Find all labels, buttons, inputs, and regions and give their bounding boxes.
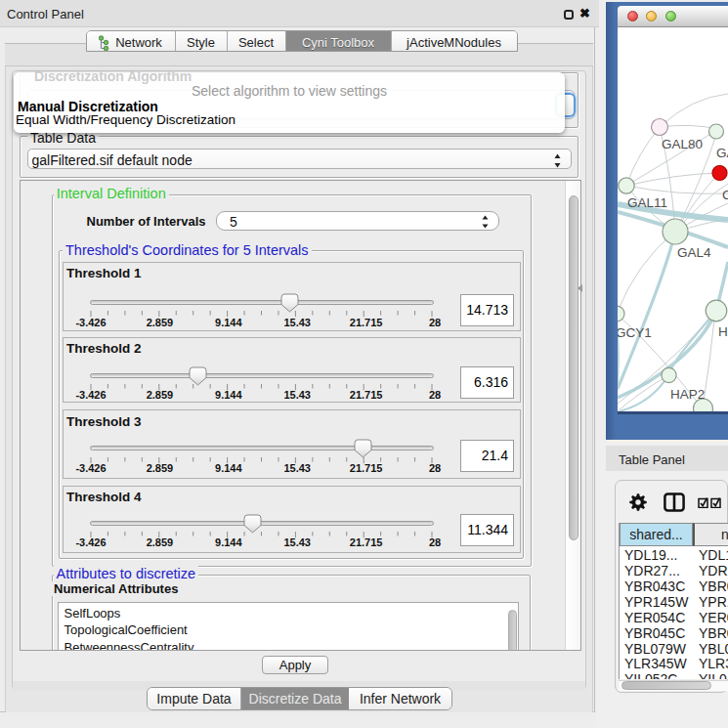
svg-text:C: C <box>722 188 728 202</box>
svg-text:GCY1: GCY1 <box>618 325 652 340</box>
svg-text:GAL11: GAL11 <box>627 195 667 210</box>
svg-text:GAL4: GAL4 <box>677 245 711 260</box>
svg-text:GA: GA <box>716 146 728 160</box>
svg-text:H: H <box>718 324 728 339</box>
svg-text:HAP2: HAP2 <box>670 387 705 402</box>
svg-text:GAL80: GAL80 <box>662 137 703 151</box>
